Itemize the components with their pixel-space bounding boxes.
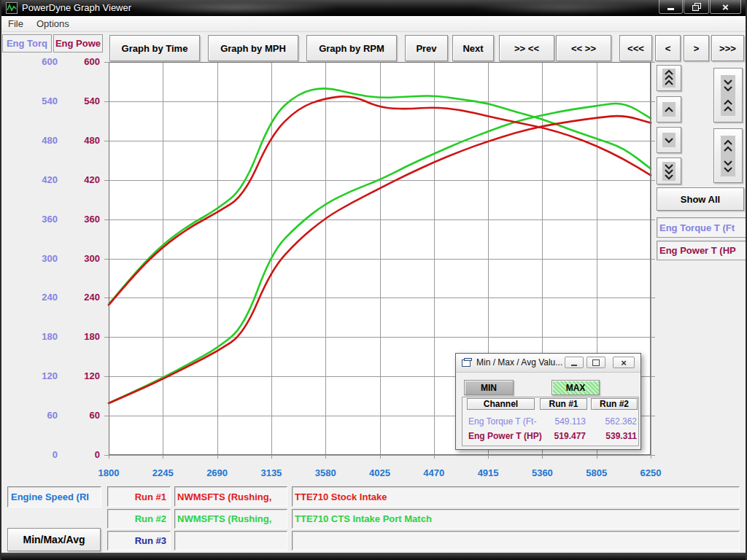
torque-tick-label: 540 <box>9 96 58 106</box>
maximize-button[interactable] <box>684 0 709 14</box>
maximize-icon <box>692 3 701 11</box>
minmax-window: Min / Max / Avg Valu... × MIN MAX Channe… <box>455 353 641 450</box>
y-range-contract-button[interactable] <box>713 68 743 122</box>
minmax-restore-button[interactable] <box>587 357 605 368</box>
minmax-value: 549.113 <box>541 416 586 427</box>
power-axis-toggle[interactable]: Eng Powe <box>53 34 103 52</box>
chevron-down-icon <box>662 133 676 147</box>
rpm-tick-label: 4915 <box>462 467 514 478</box>
torque-axis-toggle[interactable]: Eng Torq <box>2 34 52 52</box>
graph-by-time-button[interactable]: Graph by Time <box>109 35 200 61</box>
y-scale-down-button[interactable] <box>657 127 681 153</box>
menu-file[interactable]: File <box>1 17 30 31</box>
minmax-row-channel: Eng Torque T (Ft- <box>468 416 536 427</box>
zoom-in-button[interactable]: >> << <box>499 35 554 61</box>
next-button[interactable]: Next <box>452 35 494 61</box>
minmax-minimize-button[interactable] <box>565 357 584 368</box>
minmax-window-icon <box>462 358 472 367</box>
torque-tick-label: 60 <box>9 410 58 421</box>
power-tick-label: 420 <box>51 174 100 185</box>
close-button[interactable]: × <box>710 0 741 14</box>
menu-options[interactable]: Options <box>30 17 76 31</box>
scroll-right-button[interactable]: > <box>684 35 709 61</box>
graph-by-rpm-button[interactable]: Graph by RPM <box>306 35 397 61</box>
rpm-tick-label: 3135 <box>246 467 297 478</box>
minmax-close-button[interactable]: × <box>613 357 635 368</box>
minimize-icon <box>571 365 577 366</box>
scroll-far-right-button[interactable]: >>> <box>711 35 744 61</box>
minimize-button[interactable] <box>659 0 683 14</box>
torque-tick-label: 180 <box>9 331 58 342</box>
chevrons-inward-icon <box>721 75 735 116</box>
power-tick-label: 60 <box>51 410 100 421</box>
window-title: PowerDyne Graph Viewer <box>22 2 131 13</box>
y-scale-up-button[interactable] <box>657 96 681 122</box>
run2-comment-box: TTE710 CTS Intake Port Match <box>292 509 740 529</box>
rpm-tick-label: 5360 <box>516 467 568 478</box>
run1-label-box: Run #1 <box>107 486 171 507</box>
power-tick-label: 180 <box>51 331 100 342</box>
min-button[interactable]: MIN <box>464 380 514 395</box>
app-window: PowerDyne Graph Viewer × File Options En… <box>0 0 747 560</box>
torque-tick-label: 480 <box>9 135 58 146</box>
y-range-expand-button[interactable] <box>713 128 743 183</box>
minmax-header-run1[interactable]: Run #1 <box>540 398 587 410</box>
chevrons-outward-icon <box>721 136 735 176</box>
torque-tick-label: 0 <box>9 449 58 460</box>
rpm-tick-label: 3580 <box>300 467 351 478</box>
run2-file-box: NWMSFTS (Rushing, <box>174 509 287 529</box>
torque-tick-label: 360 <box>9 214 58 225</box>
app-icon <box>6 2 18 14</box>
show-all-button[interactable]: Show All <box>657 187 744 211</box>
torque-tick-label: 120 <box>9 370 58 381</box>
minmax-value: 539.311 <box>592 431 637 441</box>
rpm-tick-label: 2690 <box>192 467 243 478</box>
minmax-row-channel: Eng Power T (HP) <box>468 431 542 441</box>
minmax-header-run2[interactable]: Run #2 <box>591 398 638 410</box>
minmax-window-title: Min / Max / Avg Valu... <box>476 357 562 368</box>
power-tick-label: 540 <box>51 96 100 106</box>
minmax-value: 562.362 <box>592 416 637 427</box>
power-tick-label: 360 <box>51 214 100 225</box>
run3-label-box: Run #3 <box>107 531 171 551</box>
y-scale-down-fast-button[interactable] <box>657 158 681 184</box>
minmax-avg-button[interactable]: Min/Max/Avg <box>7 528 101 551</box>
power-tick-label: 480 <box>51 135 100 146</box>
power-tick-label: 240 <box>51 292 100 303</box>
minmax-value: 519.477 <box>541 431 586 441</box>
graph-by-mph-button[interactable]: Graph by MPH <box>208 35 298 61</box>
rpm-tick-label: 4025 <box>355 467 406 478</box>
triple-chevron-up-icon <box>662 69 676 88</box>
power-tick-label: 600 <box>51 56 100 67</box>
legend-torque-channel: Eng Torque T (Ft <box>657 217 747 238</box>
run3-file-box <box>174 531 287 551</box>
window-frame-bottom <box>1 553 746 560</box>
rpm-tick-label: 1800 <box>83 467 134 478</box>
chevron-up-icon <box>662 102 676 117</box>
max-button[interactable]: MAX <box>551 380 600 395</box>
x-channel-box: Engine Speed (RI <box>7 486 101 508</box>
glass-blur-artifact <box>125 2 344 14</box>
title-bar[interactable]: PowerDyne Graph Viewer × <box>1 0 746 16</box>
legend-power-channel: Eng Power T (HP <box>657 241 747 260</box>
run1-torque-curve <box>109 96 651 305</box>
zoom-out-button[interactable]: << >> <box>556 35 611 61</box>
scroll-left-button[interactable]: < <box>655 35 681 61</box>
triple-chevron-down-icon <box>662 162 676 181</box>
torque-tick-label: 420 <box>9 174 58 185</box>
power-tick-label: 300 <box>51 253 100 264</box>
glass-blur-artifact <box>468 2 658 14</box>
run1-comment-box: TTE710 Stock Intake <box>292 486 740 507</box>
rpm-tick-label: 4470 <box>409 467 460 478</box>
restore-icon <box>592 359 600 366</box>
torque-tick-label: 600 <box>9 56 58 67</box>
prev-button[interactable]: Prev <box>405 35 448 61</box>
power-tick-label: 120 <box>51 370 100 381</box>
scroll-far-left-button[interactable]: <<< <box>619 35 652 61</box>
rpm-tick-label: 6250 <box>625 467 676 478</box>
minmax-header-channel[interactable]: Channel <box>467 398 535 410</box>
torque-tick-label: 300 <box>9 253 58 264</box>
run1-file-box: NWMSFTS (Rushing, <box>174 486 287 507</box>
y-scale-up-fast-button[interactable] <box>657 65 681 91</box>
minmax-title-bar[interactable]: Min / Max / Avg Valu... × <box>456 354 640 373</box>
